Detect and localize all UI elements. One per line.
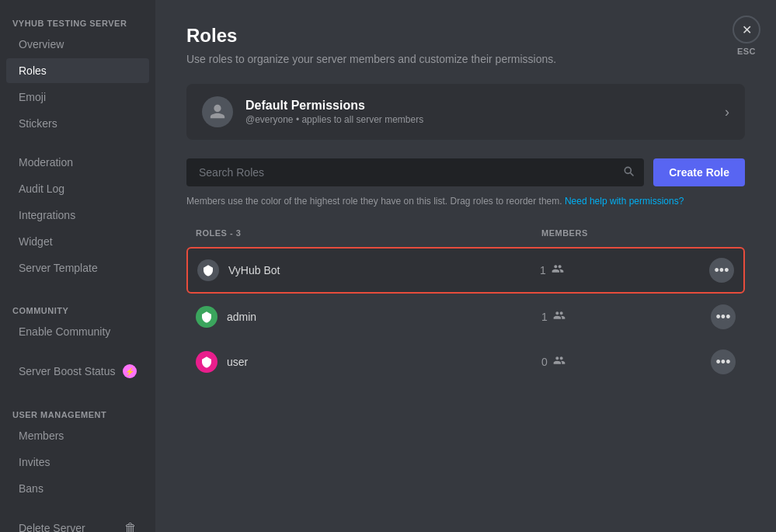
delete-server-label: Delete Server bbox=[19, 522, 85, 532]
member-count-admin: 1 bbox=[541, 311, 548, 323]
sidebar-item-label: Widget bbox=[19, 235, 53, 248]
boost-icon: ⚡ bbox=[123, 364, 137, 378]
role-row-vyhub-bot[interactable]: VyHub Bot 1 ••• bbox=[186, 247, 745, 294]
search-create-row: Create Role bbox=[186, 158, 745, 186]
sidebar-item-roles[interactable]: Roles bbox=[6, 58, 149, 83]
search-input[interactable] bbox=[186, 158, 644, 186]
role-actions-user: ••• bbox=[697, 349, 736, 374]
default-permissions-card[interactable]: Default Permissions @everyone • applies … bbox=[186, 84, 745, 140]
delete-server-item[interactable]: Delete Server 🗑 bbox=[6, 515, 149, 532]
role-actions-admin: ••• bbox=[697, 304, 736, 329]
sidebar-item-label: Moderation bbox=[19, 156, 73, 169]
role-icon-vyhub-bot bbox=[197, 259, 219, 281]
close-icon[interactable]: ✕ bbox=[733, 16, 760, 43]
need-help-link[interactable]: Need help with permissions? bbox=[565, 196, 684, 207]
search-icon bbox=[622, 165, 635, 180]
sidebar-item-integrations[interactable]: Integrations bbox=[6, 203, 149, 228]
role-actions-vyhub-bot: ••• bbox=[695, 258, 734, 283]
sidebar-item-boost-status[interactable]: Server Boost Status ⚡ bbox=[6, 358, 149, 384]
create-role-button[interactable]: Create Role bbox=[653, 158, 745, 186]
default-permissions-sub: @everyone • applies to all server member… bbox=[245, 114, 423, 125]
role-name-cell: VyHub Bot bbox=[197, 259, 540, 281]
main-content: ✕ ESC Roles Use roles to organize your s… bbox=[155, 0, 776, 532]
helper-text-static: Members use the color of the highest rol… bbox=[186, 196, 562, 207]
sidebar-item-moderation[interactable]: Moderation bbox=[6, 150, 149, 175]
role-name-text-vyhub-bot: VyHub Bot bbox=[228, 264, 280, 276]
role-icon-admin bbox=[196, 306, 217, 328]
sidebar-item-overview[interactable]: Overview bbox=[6, 32, 149, 57]
page-title: Roles bbox=[186, 25, 745, 47]
page-subtitle: Use roles to organize your server member… bbox=[186, 53, 745, 65]
default-permissions-avatar bbox=[202, 96, 233, 127]
sidebar-item-invites[interactable]: Invites bbox=[6, 450, 149, 475]
more-options-button-user[interactable]: ••• bbox=[711, 349, 736, 374]
members-header-label: MEMBERS bbox=[541, 228, 697, 238]
esc-button[interactable]: ✕ ESC bbox=[733, 16, 760, 56]
sidebar-item-label: Emoji bbox=[19, 91, 46, 103]
role-icon-user bbox=[196, 351, 217, 373]
members-cell-vyhub-bot: 1 bbox=[540, 263, 695, 278]
sidebar-item-bans[interactable]: Bans bbox=[6, 476, 149, 501]
sidebar-item-label: Roles bbox=[19, 64, 47, 77]
default-permissions-left: Default Permissions @everyone • applies … bbox=[202, 96, 423, 127]
default-permissions-info: Default Permissions @everyone • applies … bbox=[245, 99, 423, 125]
sidebar: VYHUB TESTING SERVER Overview Roles Emoj… bbox=[0, 0, 155, 532]
sidebar-item-members[interactable]: Members bbox=[6, 423, 149, 448]
role-row-user[interactable]: user 0 ••• bbox=[186, 340, 745, 384]
role-row-admin[interactable]: admin 1 ••• bbox=[186, 295, 745, 339]
sidebar-item-stickers[interactable]: Stickers bbox=[6, 111, 149, 136]
members-cell-admin: 1 bbox=[541, 309, 697, 325]
trash-icon: 🗑 bbox=[124, 521, 137, 532]
sidebar-item-emoji[interactable]: Emoji bbox=[6, 85, 149, 110]
role-name-cell: user bbox=[196, 351, 541, 373]
sidebar-item-label: Server Boost Status bbox=[19, 365, 116, 377]
member-icon-admin bbox=[552, 309, 566, 325]
more-options-button-admin[interactable]: ••• bbox=[711, 304, 736, 329]
roles-count-label: ROLES - 3 bbox=[196, 228, 541, 238]
chevron-right-icon: › bbox=[725, 104, 729, 120]
member-count-user: 0 bbox=[541, 356, 548, 368]
role-name-text-admin: admin bbox=[227, 311, 256, 323]
sidebar-item-widget[interactable]: Widget bbox=[6, 229, 149, 254]
search-input-wrapper bbox=[186, 158, 644, 186]
sidebar-item-audit-log[interactable]: Audit Log bbox=[6, 176, 149, 201]
community-section-label: COMMUNITY bbox=[0, 294, 155, 318]
sidebar-item-label: Overview bbox=[19, 38, 64, 50]
sidebar-item-label: Integrations bbox=[19, 209, 75, 221]
sidebar-item-label: Invites bbox=[19, 456, 50, 468]
helper-text: Members use the color of the highest rol… bbox=[186, 196, 745, 207]
role-name-cell: admin bbox=[196, 306, 541, 328]
member-icon-user bbox=[552, 354, 566, 370]
roles-table-header: ROLES - 3 MEMBERS bbox=[186, 222, 745, 244]
sidebar-item-label: Members bbox=[19, 429, 64, 442]
esc-label: ESC bbox=[737, 47, 756, 56]
member-icon-vyhub-bot bbox=[551, 263, 565, 278]
default-permissions-title: Default Permissions bbox=[245, 99, 423, 113]
more-options-button-vyhub-bot[interactable]: ••• bbox=[709, 258, 734, 283]
sidebar-item-label: Enable Community bbox=[19, 325, 110, 338]
sidebar-item-label: Server Template bbox=[19, 262, 98, 274]
sidebar-item-enable-community[interactable]: Enable Community bbox=[6, 319, 149, 344]
sidebar-item-label: Stickers bbox=[19, 117, 57, 130]
sidebar-item-server-template[interactable]: Server Template bbox=[6, 256, 149, 280]
sidebar-item-label: Bans bbox=[19, 482, 43, 495]
member-count-vyhub-bot: 1 bbox=[540, 264, 546, 276]
roles-list: VyHub Bot 1 ••• admin bbox=[186, 247, 745, 384]
server-name: VYHUB TESTING SERVER bbox=[0, 12, 155, 31]
user-management-label: USER MANAGEMENT bbox=[0, 398, 155, 422]
role-name-text-user: user bbox=[227, 356, 248, 368]
members-cell-user: 0 bbox=[541, 354, 697, 370]
sidebar-item-label: Audit Log bbox=[19, 183, 64, 195]
